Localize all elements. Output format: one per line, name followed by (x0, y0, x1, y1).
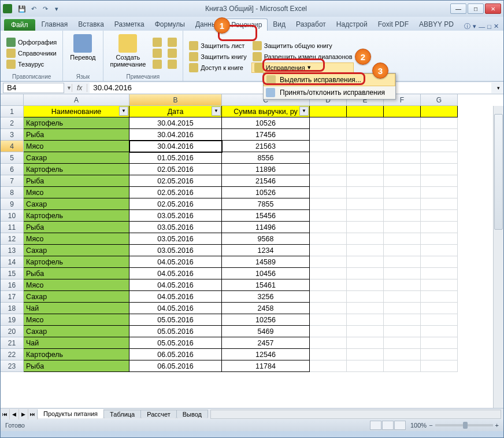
undo-button[interactable]: ↶ (28, 3, 39, 14)
cell-empty[interactable] (421, 222, 458, 233)
cell-sum[interactable]: 10526 (222, 187, 310, 198)
cell-empty[interactable] (384, 279, 421, 291)
qat-dropdown[interactable]: ▾ (51, 3, 62, 14)
row-header-13[interactable]: 13 (1, 245, 24, 256)
cell-name[interactable]: Сахар (24, 245, 129, 256)
cell-name[interactable]: Картофель (24, 210, 129, 222)
cell-date[interactable]: 04.05.2016 (129, 303, 222, 314)
cell-empty[interactable] (310, 129, 347, 141)
cell-empty[interactable] (421, 187, 458, 198)
cell-empty[interactable] (384, 360, 421, 372)
cell-empty[interactable] (347, 164, 384, 175)
row-header-1[interactable]: 1 (1, 106, 24, 117)
cell-empty[interactable] (384, 187, 421, 198)
cell-empty[interactable] (384, 337, 421, 349)
cell-sum[interactable]: 2457 (222, 337, 310, 349)
cell-empty[interactable] (310, 175, 347, 187)
cell-empty[interactable] (310, 117, 347, 129)
cell-date[interactable]: 30.04.2016 (129, 129, 222, 141)
cell-empty[interactable] (347, 314, 384, 326)
sheet-nav-prev[interactable]: ◀ (10, 409, 19, 419)
next-comment-button[interactable] (151, 59, 163, 69)
tab-рецензир[interactable]: Рецензир (225, 19, 268, 31)
cell-date[interactable]: 04.05.2016 (129, 256, 222, 268)
row-header-11[interactable]: 11 (1, 222, 24, 233)
row-header-12[interactable]: 12 (1, 233, 24, 245)
cell-sum[interactable]: 11496 (222, 222, 310, 233)
cell-sum[interactable]: 10456 (222, 268, 310, 279)
cell-date[interactable]: 04.05.2016 (129, 268, 222, 279)
protect-shared-button[interactable]: Защитить общую книгу (251, 41, 354, 51)
cell-name[interactable]: Мясо (24, 314, 129, 326)
cell-empty[interactable] (421, 210, 458, 222)
cell-date[interactable]: 03.05.2016 (129, 233, 222, 245)
scroll-thumb[interactable] (494, 114, 503, 230)
cell-sum[interactable]: 12546 (222, 349, 310, 360)
column-header-A[interactable]: A (24, 94, 129, 106)
cell-empty[interactable] (310, 303, 347, 314)
cell-date[interactable]: 04.05.2016 (129, 291, 222, 303)
cell-empty[interactable] (310, 245, 347, 256)
cell-name[interactable]: Сахар (24, 326, 129, 337)
cell-empty[interactable] (384, 291, 421, 303)
horizontal-scrollbar[interactable] (210, 410, 501, 419)
protect-sheet-button[interactable]: Защитить лист (188, 41, 248, 51)
cell-empty[interactable] (347, 141, 384, 152)
cell-empty[interactable] (384, 210, 421, 222)
cell-empty[interactable] (347, 326, 384, 337)
cell-empty[interactable] (421, 326, 458, 337)
cell-name[interactable]: Картофель (24, 256, 129, 268)
tab-надстрой[interactable]: Надстрой (331, 19, 373, 31)
cell-name[interactable]: Чай (24, 303, 129, 314)
row-header-7[interactable]: 7 (1, 175, 24, 187)
tab-abbyy pd[interactable]: ABBYY PD (414, 19, 459, 31)
minimize-ribbon-icon[interactable]: ▾ (473, 23, 476, 30)
cell-empty[interactable] (421, 129, 458, 141)
cell-empty[interactable] (421, 233, 458, 245)
cell-date[interactable]: 02.05.2016 (129, 198, 222, 210)
cell-empty[interactable] (347, 256, 384, 268)
expand-formula-icon[interactable]: ▾ (494, 85, 503, 91)
cell-empty[interactable] (421, 198, 458, 210)
cell-empty[interactable] (347, 337, 384, 349)
cell-sum[interactable]: 17456 (222, 129, 310, 141)
cell-empty[interactable] (347, 268, 384, 279)
tab-главная[interactable]: Главная (36, 19, 73, 31)
cell-date[interactable]: 06.05.2016 (129, 349, 222, 360)
cell-date[interactable]: 04.05.2016 (129, 279, 222, 291)
prev-comment-button[interactable] (151, 48, 163, 58)
spelling-button[interactable]: Орфография (5, 37, 58, 47)
translate-button[interactable]: Перевод (68, 33, 98, 73)
view-pagebreak-button[interactable] (394, 421, 406, 430)
cell-empty[interactable] (347, 210, 384, 222)
cell-empty[interactable] (384, 233, 421, 245)
cell-empty[interactable] (347, 175, 384, 187)
cell-empty[interactable] (384, 349, 421, 360)
row-header-21[interactable]: 21 (1, 337, 24, 349)
row-header-8[interactable]: 8 (1, 187, 24, 198)
cell-empty[interactable] (421, 106, 458, 117)
cell-sum[interactable]: 10256 (222, 314, 310, 326)
cell-empty[interactable] (384, 222, 421, 233)
cell-empty[interactable] (421, 152, 458, 164)
namebox-dropdown-icon[interactable]: ▼ (66, 85, 72, 91)
cell-empty[interactable] (384, 198, 421, 210)
view-normal-button[interactable] (370, 421, 381, 430)
vertical-scrollbar[interactable] (493, 106, 503, 408)
cell-empty[interactable] (421, 337, 458, 349)
cell-empty[interactable] (310, 256, 347, 268)
cell-empty[interactable] (347, 117, 384, 129)
cell-empty[interactable] (310, 360, 347, 372)
show-comment-button[interactable] (166, 37, 178, 47)
cell-empty[interactable] (384, 129, 421, 141)
row-header-5[interactable]: 5 (1, 152, 24, 164)
cell-empty[interactable] (347, 245, 384, 256)
cell-sum[interactable]: 8556 (222, 152, 310, 164)
cell-empty[interactable] (421, 291, 458, 303)
filter-button[interactable]: ▼ (119, 106, 128, 116)
cell-empty[interactable] (384, 117, 421, 129)
row-header-3[interactable]: 3 (1, 129, 24, 141)
cell-empty[interactable] (421, 279, 458, 291)
name-box[interactable] (3, 83, 64, 93)
track-changes-button[interactable]: Исправления ▾ (251, 62, 354, 73)
